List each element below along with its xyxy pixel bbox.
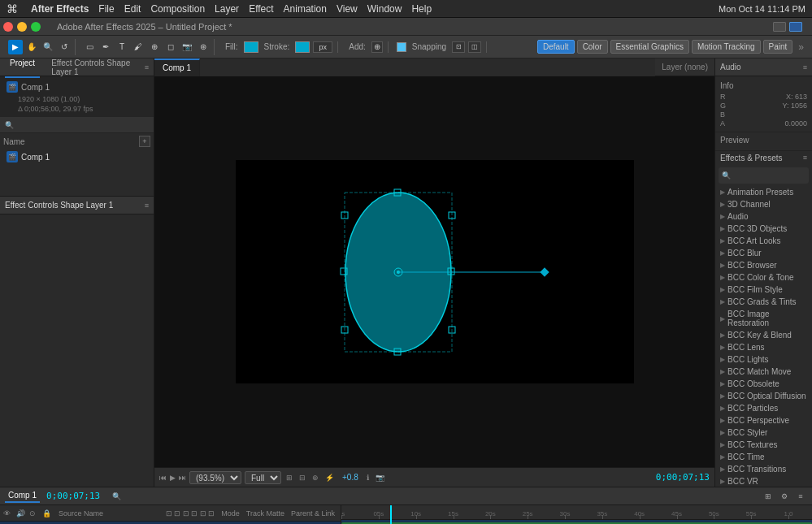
prev-frame-icon[interactable]: ⏮ bbox=[159, 474, 167, 482]
zoom-select[interactable]: (93.5%) bbox=[189, 471, 241, 484]
effect-category-18[interactable]: ▶BCC Perspective bbox=[715, 414, 812, 427]
snapping-options-button[interactable]: ⊡ bbox=[452, 41, 465, 53]
3d-view-icon[interactable]: ⊕ bbox=[310, 474, 320, 482]
monitor-active-icon[interactable] bbox=[789, 22, 802, 32]
timeline-menu-icon[interactable]: ≡ bbox=[794, 490, 807, 503]
effect-category-4[interactable]: ▶BCC Art Looks bbox=[715, 235, 812, 247]
zoom-tool-button[interactable]: 🔍 bbox=[41, 40, 55, 54]
fill-color-swatch[interactable] bbox=[244, 41, 258, 53]
next-frame-icon[interactable]: ⏭ bbox=[179, 474, 186, 482]
pen-tool-button[interactable]: ✒ bbox=[98, 40, 113, 54]
effect-category-2[interactable]: ▶Audio bbox=[715, 210, 812, 223]
snapshot-icon[interactable]: 📷 bbox=[374, 474, 386, 482]
workspace-more-button[interactable]: » bbox=[795, 41, 807, 53]
rectangle-tool-button[interactable]: ▭ bbox=[82, 40, 97, 54]
effect-category-19[interactable]: ▶BCC Styler bbox=[715, 427, 812, 439]
viewer-area[interactable] bbox=[154, 76, 714, 467]
add-item-button[interactable]: + bbox=[139, 136, 150, 147]
effect-category-5[interactable]: ▶BCC Blur bbox=[715, 247, 812, 259]
timeline-settings-icon[interactable]: ⚙ bbox=[778, 490, 791, 503]
workspace-essential-graphics-button[interactable]: Essential Graphics bbox=[610, 40, 689, 54]
effect-category-8[interactable]: ▶BCC Film Style bbox=[715, 284, 812, 296]
transparency-icon[interactable]: ⊟ bbox=[297, 474, 307, 482]
play-icon[interactable]: ▶ bbox=[170, 474, 176, 482]
effects-presets-menu-icon[interactable]: ≡ bbox=[803, 154, 807, 162]
selection-tool-button[interactable]: ▶ bbox=[8, 40, 23, 54]
rotate-tool-button[interactable]: ↺ bbox=[57, 40, 72, 54]
stroke-color-swatch[interactable] bbox=[295, 41, 310, 53]
effect-category-7[interactable]: ▶BCC Color & Tone bbox=[715, 271, 812, 284]
close-window-button[interactable] bbox=[3, 22, 13, 32]
effect-category-17[interactable]: ▶BCC Particles bbox=[715, 402, 812, 414]
effect-category-23[interactable]: ▶BCC VR bbox=[715, 475, 812, 487]
text-tool-button[interactable]: T bbox=[115, 40, 129, 54]
timeline-tab-comp1[interactable]: Comp 1 bbox=[5, 489, 40, 503]
project-panel-close[interactable]: ≡ bbox=[145, 63, 149, 71]
app-menu-after-effects[interactable]: After Effects bbox=[31, 3, 89, 15]
current-time-display[interactable]: 0;00;07;13 bbox=[656, 472, 710, 483]
snapping-icon[interactable]: ◫ bbox=[468, 41, 481, 53]
timeline-new-layer-icon[interactable]: ⊞ bbox=[762, 490, 775, 503]
right-panel-menu-icon[interactable]: ≡ bbox=[803, 63, 807, 71]
stroke-width-input[interactable]: px bbox=[313, 41, 332, 53]
effect-category-12[interactable]: ▶BCC Lens bbox=[715, 341, 812, 353]
effect-category-14[interactable]: ▶BCC Match Move bbox=[715, 366, 812, 378]
menu-file[interactable]: File bbox=[98, 3, 114, 15]
effect-category-22[interactable]: ▶BCC Transitions bbox=[715, 463, 812, 475]
menu-view[interactable]: View bbox=[337, 3, 358, 15]
hand-tool-button[interactable]: ✋ bbox=[24, 40, 39, 54]
add-button[interactable]: ⊕ bbox=[371, 41, 383, 53]
menu-layer[interactable]: Layer bbox=[215, 3, 239, 15]
timeline-current-time[interactable]: 0;00;07;13 bbox=[46, 491, 100, 501]
menu-help[interactable]: Help bbox=[411, 3, 432, 15]
menu-composition[interactable]: Composition bbox=[150, 3, 205, 15]
workspace-motion-tracking-button[interactable]: Motion Tracking bbox=[692, 40, 761, 54]
project-search-bar[interactable]: 🔍 bbox=[0, 117, 154, 133]
effect-category-20[interactable]: ▶BCC Textures bbox=[715, 439, 812, 451]
effect-category-9[interactable]: ▶BCC Grads & Tints bbox=[715, 296, 812, 308]
effect-category-3[interactable]: ▶BCC 3D Objects bbox=[715, 223, 812, 235]
effects-search-bar[interactable]: 🔍 bbox=[719, 167, 809, 184]
effect-category-0[interactable]: ▶Animation Presets bbox=[715, 186, 812, 198]
maximize-window-button[interactable] bbox=[31, 22, 41, 32]
effect-category-11[interactable]: ▶BCC Key & Blend bbox=[715, 329, 812, 341]
effect-category-1[interactable]: ▶3D Channel bbox=[715, 198, 812, 210]
preview-section-label: Preview bbox=[720, 136, 807, 145]
light-tool-button[interactable]: ⊛ bbox=[196, 40, 211, 54]
resolution-select[interactable]: Full bbox=[245, 471, 281, 484]
menu-edit[interactable]: Edit bbox=[124, 3, 141, 15]
effect-category-6[interactable]: ▶BCC Browser bbox=[715, 259, 812, 271]
effect-category-16[interactable]: ▶BCC Optical Diffusion bbox=[715, 390, 812, 402]
playhead[interactable] bbox=[390, 505, 392, 524]
stamp-tool-button[interactable]: ⊕ bbox=[147, 40, 162, 54]
camera-tool-button[interactable]: 📷 bbox=[180, 40, 194, 54]
workspace-color-button[interactable]: Color bbox=[577, 40, 608, 54]
time-ruler[interactable]: 0s05s10s15s20s25s30s35s40s45s50s55s1:0 bbox=[341, 505, 812, 520]
region-icon[interactable]: ⊞ bbox=[284, 474, 294, 482]
menu-effect[interactable]: Effect bbox=[249, 3, 273, 15]
effect-controls-menu[interactable]: ≡ bbox=[145, 201, 149, 210]
effects-search-input[interactable] bbox=[733, 171, 805, 180]
workspace-paint-button[interactable]: Paint bbox=[763, 40, 793, 54]
comp-tab-comp1[interactable]: Comp 1 bbox=[154, 58, 200, 76]
menu-animation[interactable]: Animation bbox=[284, 3, 327, 15]
apple-menu[interactable]: ⌘ bbox=[7, 2, 18, 15]
eraser-tool-button[interactable]: ◻ bbox=[163, 40, 178, 54]
effect-category-10[interactable]: ▶BCC Image Restoration bbox=[715, 308, 812, 329]
effect-category-21[interactable]: ▶BCC Time bbox=[715, 451, 812, 463]
project-item-comp1[interactable]: 🎬 Comp 1 bbox=[0, 149, 154, 164]
effect-category-15[interactable]: ▶BCC Obsolete bbox=[715, 378, 812, 390]
info-icon[interactable]: ℹ bbox=[365, 474, 371, 482]
menu-window[interactable]: Window bbox=[367, 3, 402, 15]
workspace-default-button[interactable]: Default bbox=[537, 40, 575, 54]
project-tab[interactable]: Project bbox=[5, 58, 40, 78]
snapping-checkbox[interactable] bbox=[397, 42, 406, 52]
brush-tool-button[interactable]: 🖌 bbox=[131, 40, 145, 54]
effect-controls-tab[interactable]: Effect Controls Shape Layer 1 bbox=[46, 58, 145, 78]
project-search-input[interactable] bbox=[17, 120, 149, 129]
timeline-search-icon[interactable]: 🔍 bbox=[110, 490, 123, 503]
minimize-window-button[interactable] bbox=[17, 22, 27, 32]
fast-preview-icon[interactable]: ⚡ bbox=[323, 474, 336, 482]
effect-category-13[interactable]: ▶BCC Lights bbox=[715, 353, 812, 366]
monitor-icon[interactable] bbox=[773, 22, 786, 32]
